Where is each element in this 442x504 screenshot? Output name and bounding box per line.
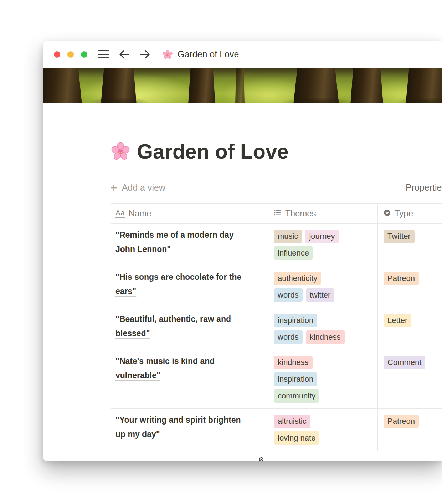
cover-image[interactable] [43, 68, 442, 103]
tag-line: influence [274, 246, 375, 260]
title-property-icon: Aa [115, 209, 125, 218]
themes-cell[interactable]: kindness inspiration community [268, 350, 378, 408]
column-header-themes[interactable]: Themes [268, 204, 378, 223]
window-titlebar: Garden of Love [43, 41, 442, 68]
tag-line: Patreon [384, 272, 439, 285]
type-tag[interactable]: Patreon [384, 272, 419, 285]
type-cell[interactable]: Letter [378, 308, 442, 350]
minimize-window-button[interactable] [67, 51, 74, 58]
name-cell[interactable]: "Nate's music is kind and vulnerable" [110, 350, 268, 408]
tag-line: kindness [274, 356, 375, 369]
theme-tag[interactable]: words [274, 288, 303, 302]
tree-trunk [188, 68, 215, 103]
window-controls [54, 51, 87, 58]
tag-line: Twitter [384, 230, 439, 243]
row-title[interactable]: "Nate's music is kind and vulnerable" [115, 354, 248, 382]
count-label: COUNT [232, 459, 254, 461]
zoom-window-button[interactable] [81, 51, 87, 58]
close-window-button[interactable] [54, 51, 60, 58]
tree-trunk [43, 68, 82, 103]
count-calculation[interactable]: COUNT 6 [110, 456, 268, 461]
table-row[interactable]: "Beautiful, authentic, raw and blessed" … [110, 308, 442, 350]
column-label: Type [395, 209, 413, 218]
select-property-icon [384, 209, 391, 218]
column-header-name[interactable]: Aa Name [110, 204, 268, 223]
cherry-blossom-icon [162, 49, 173, 60]
tag-line: altruistic [274, 415, 375, 428]
theme-tag[interactable]: authenticity [274, 272, 321, 285]
plus-icon: + [110, 182, 117, 194]
type-cell[interactable]: Comment [378, 350, 442, 408]
table-row[interactable]: "Nate's music is kind and vulnerable" ki… [110, 350, 442, 409]
page-title: Garden of Love [110, 139, 442, 164]
theme-tag[interactable]: kindness [274, 356, 313, 369]
column-label: Name [129, 209, 151, 218]
tag-line: authenticity [274, 272, 375, 285]
view-toolbar: + Add a view Properties [110, 180, 442, 195]
theme-tag[interactable]: twitter [306, 288, 335, 302]
theme-tag[interactable]: kindness [306, 330, 345, 344]
tree-trunk [350, 68, 383, 103]
type-tag[interactable]: Comment [384, 356, 425, 369]
row-title[interactable]: "Beautiful, authentic, raw and blessed" [115, 312, 248, 340]
row-title[interactable]: "Reminds me of a modern day John Lennon" [115, 228, 248, 256]
themes-cell[interactable]: music journey influence [268, 224, 378, 266]
tag-line: inspiration [274, 314, 375, 327]
table-row[interactable]: "Reminds me of a modern day John Lennon"… [110, 224, 442, 266]
tag-line: music journey [274, 230, 375, 243]
name-cell[interactable]: "Beautiful, authentic, raw and blessed" [110, 308, 268, 350]
table-header: Aa Name Themes [110, 204, 442, 224]
theme-tag[interactable]: loving nate [274, 431, 319, 445]
database-table: Aa Name Themes [110, 203, 442, 461]
themes-cell[interactable]: authenticity words twitter [268, 266, 378, 308]
table-footer: COUNT 6 [110, 451, 442, 461]
tag-line: inspiration [274, 372, 375, 386]
tag-line: Comment [384, 356, 439, 369]
tag-line: words kindness [274, 330, 375, 344]
type-cell[interactable]: Twitter [378, 224, 442, 266]
tree-trunk [235, 68, 245, 103]
name-cell[interactable]: "Your writing and spirit brighten up my … [110, 409, 268, 451]
column-label: Themes [285, 209, 316, 218]
column-header-type[interactable]: Type [378, 204, 442, 223]
page-content: Garden of Love + Add a view Properties A… [43, 139, 442, 461]
name-cell[interactable]: "Reminds me of a modern day John Lennon" [110, 224, 268, 266]
sidebar-menu-icon[interactable] [98, 50, 109, 58]
theme-tag[interactable]: journey [305, 230, 339, 243]
window-title: Garden of Love [178, 49, 239, 60]
tag-line: community [274, 389, 375, 403]
tag-line: Letter [384, 314, 439, 327]
theme-tag[interactable]: altruistic [274, 415, 310, 428]
tag-line: Patreon [384, 415, 439, 428]
theme-tag[interactable]: inspiration [274, 372, 317, 386]
themes-cell[interactable]: altruistic loving nate [268, 409, 378, 451]
count-value: 6 [258, 456, 264, 461]
row-title[interactable]: "Your writing and spirit brighten up my … [115, 413, 248, 441]
tag-line: words twitter [274, 288, 375, 302]
bulleted-list-icon [274, 209, 281, 218]
type-tag[interactable]: Letter [384, 314, 411, 327]
row-title[interactable]: "His songs are chocolate for the ears" [115, 270, 248, 298]
page-emoji-cherry-blossom-icon[interactable] [110, 142, 130, 161]
table-row[interactable]: "Your writing and spirit brighten up my … [110, 409, 442, 451]
add-view-button[interactable]: + Add a view [110, 182, 165, 194]
app-window: Garden of Love [43, 41, 442, 461]
type-cell[interactable]: Patreon [378, 409, 442, 451]
table-row[interactable]: "His songs are chocolate for the ears" a… [110, 266, 442, 308]
theme-tag[interactable]: inspiration [274, 314, 317, 327]
page-title-text[interactable]: Garden of Love [137, 139, 288, 164]
theme-tag[interactable]: influence [274, 246, 313, 260]
themes-cell[interactable]: inspiration words kindness [268, 308, 378, 350]
back-button[interactable] [119, 50, 130, 59]
type-cell[interactable]: Patreon [378, 266, 442, 308]
forward-button[interactable] [139, 50, 150, 59]
add-view-label: Add a view [122, 182, 165, 193]
theme-tag[interactable]: words [274, 330, 303, 344]
ground-shadow [282, 98, 353, 103]
theme-tag[interactable]: music [274, 230, 302, 243]
theme-tag[interactable]: community [274, 389, 319, 403]
type-tag[interactable]: Patreon [384, 415, 419, 428]
name-cell[interactable]: "His songs are chocolate for the ears" [110, 266, 268, 308]
type-tag[interactable]: Twitter [384, 230, 415, 243]
properties-button[interactable]: Properties [406, 182, 442, 193]
